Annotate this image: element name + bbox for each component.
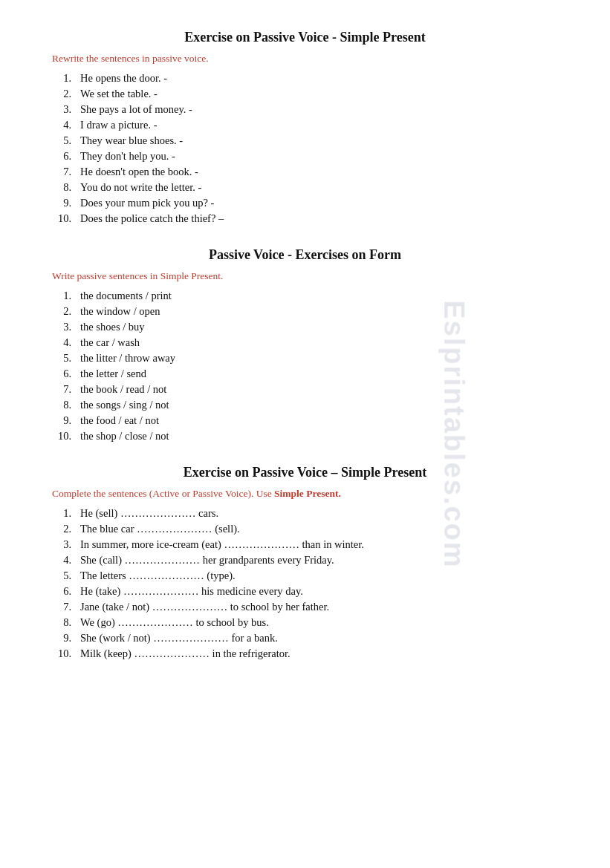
list-item: 6.They don't help you. - [52,150,565,163]
item-number: 9. [52,632,80,645]
item-number: 2. [52,88,80,100]
section-3-instruction: Complete the sentences (Active or Passiv… [52,488,565,500]
item-number: 4. [52,554,80,567]
item-text: the songs / sing / not [80,399,565,411]
item-number: 2. [52,305,80,318]
list-item: 10.the shop / close / not [52,430,565,443]
item-text: She (work / not) ………………… for a bank. [80,632,565,645]
item-number: 10. [52,647,80,660]
section-3-list: 1.He (sell) ………………… cars.2.The blue car … [52,507,565,660]
list-item: 10.Milk (keep) ………………… in the refrigerat… [52,647,565,660]
item-number: 6. [52,368,80,380]
item-text: Does the police catch the thief? – [80,212,565,225]
item-text: The letters ………………… (type). [80,570,565,582]
item-number: 5. [52,352,80,365]
item-number: 10. [52,212,80,225]
list-item: 1.He (sell) ………………… cars. [52,507,565,520]
item-number: 2. [52,523,80,535]
item-text: He (sell) ………………… cars. [80,507,565,520]
item-text: Jane (take / not) ………………… to school by h… [80,601,565,613]
list-item: 7.the book / read / not [52,383,565,396]
item-number: 6. [52,585,80,598]
item-number: 8. [52,399,80,411]
item-text: the litter / throw away [80,352,565,365]
list-item: 3.the shoes / buy [52,321,565,333]
section-1-title: Exercise on Passive Voice - Simple Prese… [45,30,565,45]
item-number: 9. [52,414,80,427]
item-text: He (take) ………………… his medicine every day… [80,585,565,598]
list-item: 4.She (call) ………………… her grandparents ev… [52,554,565,567]
item-number: 6. [52,150,80,163]
item-text: I draw a picture. - [80,119,565,131]
item-text: He doesn't open the book. - [80,166,565,178]
section-1-list: 1.He opens the door. -2.We set the table… [52,72,565,225]
list-item: 7.Jane (take / not) ………………… to school by… [52,601,565,613]
item-text: She (call) ………………… her grandparents ever… [80,554,565,567]
item-text: the shop / close / not [80,430,565,443]
list-item: 5.the litter / throw away [52,352,565,365]
item-number: 5. [52,134,80,147]
item-text: the shoes / buy [80,321,565,333]
list-item: 5.They wear blue shoes. - [52,134,565,147]
list-item: 6.He (take) ………………… his medicine every d… [52,585,565,598]
item-number: 1. [52,72,80,85]
item-text: the food / eat / not [80,414,565,427]
section-1: Exercise on Passive Voice - Simple Prese… [45,30,565,225]
list-item: 9.the food / eat / not [52,414,565,427]
list-item: 9.Does your mum pick you up? - [52,197,565,209]
section-2-instruction: Write passive sentences in Simple Presen… [52,270,565,282]
item-number: 1. [52,507,80,520]
list-item: 1.He opens the door. - [52,72,565,85]
item-number: 4. [52,119,80,131]
list-item: 2.The blue car ………………… (sell). [52,523,565,535]
list-item: 3.She pays a lot of money. - [52,103,565,116]
item-text: the documents / print [80,290,565,302]
item-number: 10. [52,430,80,443]
list-item: 6.the letter / send [52,368,565,380]
item-text: We set the table. - [80,88,565,100]
item-text: the book / read / not [80,383,565,396]
section-1-instruction: Rewrite the sentences in passive voice. [52,53,565,65]
item-number: 9. [52,197,80,209]
item-text: Milk (keep) ………………… in the refrigerator. [80,647,565,660]
list-item: 1.the documents / print [52,290,565,302]
list-item: 4.the car / wash [52,336,565,349]
section-2-title: Passive Voice - Exercises on Form [45,247,565,263]
list-item: 8.We (go) ………………… to school by bus. [52,616,565,629]
item-number: 3. [52,321,80,333]
section-3-instruction-text: Complete the sentences (Active or Passiv… [52,488,272,499]
item-text: You do not write the letter. - [80,181,565,194]
list-item: 4.I draw a picture. - [52,119,565,131]
item-text: Does your mum pick you up? - [80,197,565,209]
item-number: 7. [52,166,80,178]
item-number: 8. [52,616,80,629]
section-3-instruction-bold: Simple Present. [274,488,341,499]
section-2-list: 1.the documents / print2.the window / op… [52,290,565,443]
item-text: We (go) ………………… to school by bus. [80,616,565,629]
item-number: 5. [52,570,80,582]
list-item: 8.the songs / sing / not [52,399,565,411]
list-item: 3.In summer, more ice-cream (eat) ………………… [52,538,565,551]
item-text: They wear blue shoes. - [80,134,565,147]
section-2: Passive Voice - Exercises on Form Write … [45,247,565,443]
list-item: 5.The letters ………………… (type). [52,570,565,582]
item-number: 1. [52,290,80,302]
item-text: They don't help you. - [80,150,565,163]
section-3: Exercise on Passive Voice – Simple Prese… [45,465,565,660]
item-text: She pays a lot of money. - [80,103,565,116]
item-number: 3. [52,538,80,551]
list-item: 2.We set the table. - [52,88,565,100]
item-number: 7. [52,601,80,613]
item-number: 7. [52,383,80,396]
item-text: the letter / send [80,368,565,380]
list-item: 8.You do not write the letter. - [52,181,565,194]
item-text: the window / open [80,305,565,318]
list-item: 9.She (work / not) ………………… for a bank. [52,632,565,645]
list-item: 7.He doesn't open the book. - [52,166,565,178]
list-item: 2.the window / open [52,305,565,318]
item-text: He opens the door. - [80,72,565,85]
item-text: the car / wash [80,336,565,349]
item-number: 4. [52,336,80,349]
item-text: In summer, more ice-cream (eat) ………………… … [80,538,565,551]
item-number: 8. [52,181,80,194]
